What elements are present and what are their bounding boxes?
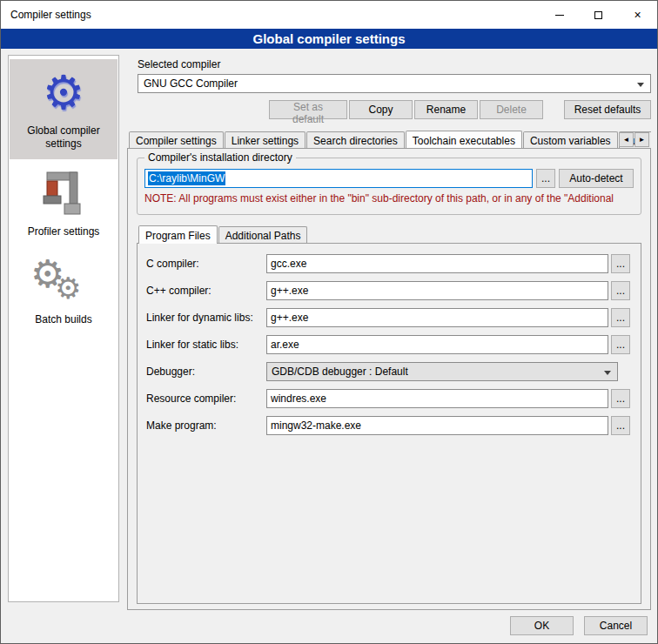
- compiler-select[interactable]: GNU GCC Compiler: [138, 74, 651, 93]
- page-title: Global compiler settings: [1, 29, 657, 49]
- field-row: C compiler: ...: [146, 254, 630, 273]
- field-row: Debugger: GDB/CDB debugger : Default: [146, 362, 630, 381]
- batch-builds-icon: ⚙ ⚙: [11, 255, 116, 307]
- installation-directory-input[interactable]: C:\raylib\MinGW: [144, 169, 533, 188]
- resource-compiler-input[interactable]: [266, 389, 608, 408]
- close-icon: ×: [634, 8, 641, 22]
- chevron-down-icon: [637, 83, 644, 91]
- browse-installation-directory-button[interactable]: ...: [536, 169, 555, 188]
- programs-subtabs: Program Files Additional Paths: [137, 225, 641, 243]
- tab-toolchain-executables[interactable]: Toolchain executables: [406, 131, 522, 148]
- c-compiler-label: C compiler:: [146, 258, 266, 270]
- browse-resource-compiler-button[interactable]: ...: [611, 389, 630, 408]
- toolchain-executables-panel: Compiler's installation directory C:\ray…: [127, 148, 651, 610]
- close-button[interactable]: ×: [618, 1, 657, 29]
- debugger-select[interactable]: GDB/CDB debugger : Default: [266, 362, 618, 381]
- tab-search-directories[interactable]: Search directories: [306, 131, 405, 148]
- installation-directory-value: C:\raylib\MinGW: [148, 171, 225, 185]
- browse-static-linker-button[interactable]: ...: [611, 335, 630, 354]
- settings-tabstrip: Compiler settings Linker settings Search…: [127, 131, 651, 148]
- browse-dynamic-linker-button[interactable]: ...: [611, 308, 630, 327]
- main-content: Selected compiler GNU GCC Compiler Set a…: [127, 55, 651, 610]
- debugger-select-value: GDB/CDB debugger : Default: [272, 366, 408, 378]
- tab-scroll-right-button[interactable]: ►: [634, 132, 649, 147]
- groupbox-title: Compiler's installation directory: [144, 151, 296, 164]
- rename-button[interactable]: Rename: [414, 100, 478, 119]
- field-row: Linker for dynamic libs: ...: [146, 308, 630, 327]
- make-program-label: Make program:: [146, 419, 266, 432]
- installation-directory-row: C:\raylib\MinGW ... Auto-detect: [144, 169, 634, 188]
- dynamic-linker-label: Linker for dynamic libs:: [146, 312, 266, 324]
- programs-subnotebook: Program Files Additional Paths C compile…: [137, 225, 641, 604]
- compiler-actions: Set as default Copy Rename Delete Reset …: [138, 100, 651, 119]
- cancel-button[interactable]: Cancel: [584, 616, 648, 635]
- chevron-down-icon: [604, 371, 611, 379]
- program-files-panel: C compiler: ... C++ compiler: ... Linker…: [137, 243, 641, 604]
- browse-c-compiler-button[interactable]: ...: [611, 254, 630, 273]
- profiler-icon: [40, 169, 87, 219]
- static-linker-label: Linker for static libs:: [146, 339, 266, 351]
- resource-compiler-label: Resource compiler:: [146, 392, 266, 405]
- browse-cpp-compiler-button[interactable]: ...: [611, 281, 630, 300]
- tab-custom-variables[interactable]: Custom variables: [523, 131, 618, 148]
- minimize-button[interactable]: [540, 1, 579, 29]
- cpp-compiler-input[interactable]: [266, 281, 608, 300]
- installation-directory-groupbox: Compiler's installation directory C:\ray…: [137, 158, 641, 215]
- tab-scroll-left-button[interactable]: ◄: [619, 132, 634, 147]
- sidebar-item-label: Profiler settings: [11, 225, 116, 238]
- minimize-icon: [555, 15, 564, 16]
- tab-linker-settings[interactable]: Linker settings: [225, 131, 306, 148]
- selected-compiler-label: Selected compiler: [138, 58, 651, 70]
- dynamic-linker-input[interactable]: [266, 308, 608, 327]
- field-row: Make program: ...: [146, 416, 630, 435]
- cpp-compiler-label: C++ compiler:: [146, 285, 266, 297]
- sidebar-item-label: Global compiler settings: [11, 124, 116, 151]
- compiler-settings-window: Compiler settings × Global compiler sett…: [0, 0, 658, 644]
- delete-button: Delete: [480, 100, 543, 119]
- field-row: C++ compiler: ...: [146, 281, 630, 300]
- arrow-right-icon: ►: [639, 136, 646, 144]
- title-bar: Compiler settings ×: [1, 1, 657, 29]
- tab-compiler-settings[interactable]: Compiler settings: [129, 131, 224, 148]
- sidebar-item-profiler-settings[interactable]: Profiler settings: [10, 160, 118, 247]
- compiler-select-value: GNU GCC Compiler: [144, 77, 238, 90]
- sidebar-item-batch-builds[interactable]: ⚙ ⚙ Batch builds: [10, 248, 118, 335]
- maximize-button[interactable]: [579, 1, 618, 29]
- static-linker-input[interactable]: [266, 335, 608, 354]
- field-row: Resource compiler: ...: [146, 389, 630, 408]
- tab-program-files[interactable]: Program Files: [138, 225, 218, 244]
- window-controls: ×: [540, 1, 657, 29]
- gear-icon: ⚙: [11, 66, 116, 118]
- gear-icon: ⚙: [55, 271, 81, 305]
- auto-detect-button[interactable]: Auto-detect: [559, 169, 634, 188]
- field-row: Linker for static libs: ...: [146, 335, 630, 354]
- browse-make-program-button[interactable]: ...: [611, 416, 630, 435]
- arrow-left-icon: ◄: [623, 136, 630, 144]
- make-program-input[interactable]: [266, 416, 608, 435]
- c-compiler-input[interactable]: [266, 254, 608, 273]
- set-as-default-button: Set as default: [269, 100, 347, 119]
- reset-defaults-button[interactable]: Reset defaults: [564, 100, 651, 119]
- debugger-label: Debugger:: [146, 366, 266, 378]
- maximize-icon: [594, 11, 602, 19]
- sidebar-item-label: Batch builds: [11, 313, 116, 326]
- settings-sidebar: ⚙ Global compiler settings Profiler sett…: [8, 55, 119, 602]
- ok-button[interactable]: OK: [510, 616, 574, 635]
- note-text: NOTE: All programs must exist either in …: [144, 192, 634, 205]
- tab-scroll-controls: ◄ ►: [619, 132, 649, 147]
- dialog-footer: OK Cancel: [510, 616, 648, 635]
- window-title: Compiler settings: [1, 9, 91, 21]
- copy-button[interactable]: Copy: [349, 100, 413, 119]
- sidebar-item-global-compiler-settings[interactable]: ⚙ Global compiler settings: [10, 59, 118, 159]
- tab-additional-paths[interactable]: Additional Paths: [218, 226, 308, 243]
